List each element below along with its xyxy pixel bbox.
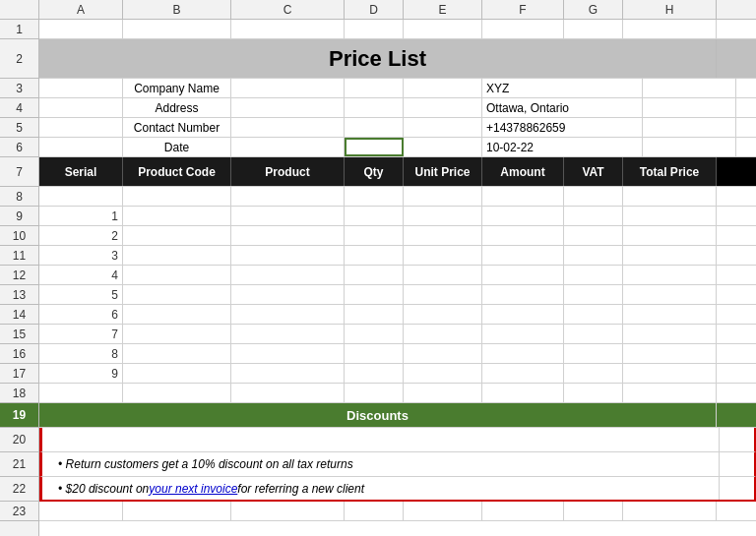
title-merged-cell[interactable]: Price List <box>39 39 717 78</box>
row-num-4[interactable]: 4 <box>0 98 38 118</box>
cell-e3[interactable] <box>404 79 482 97</box>
cell-h1[interactable] <box>623 20 717 38</box>
cell-h5[interactable] <box>643 118 736 137</box>
cell-c6[interactable] <box>231 138 345 156</box>
cell-e4[interactable] <box>404 98 482 117</box>
serial-8[interactable]: 8 <box>39 344 123 363</box>
cell-d1[interactable] <box>345 20 404 38</box>
total-price-1[interactable] <box>623 207 717 225</box>
row-num-19[interactable]: 19 <box>0 403 38 428</box>
qty-3[interactable] <box>345 246 404 265</box>
qty-2[interactable] <box>345 226 404 245</box>
vat-7[interactable] <box>564 325 623 343</box>
cell-a4[interactable] <box>39 98 123 117</box>
cell-h18[interactable] <box>623 384 717 402</box>
col-header-c[interactable]: C <box>231 0 345 19</box>
product-code-5[interactable] <box>123 285 231 304</box>
header-serial[interactable]: Serial <box>39 157 123 186</box>
cell-e6[interactable] <box>404 138 482 156</box>
total-price-4[interactable] <box>623 266 717 284</box>
amount-3[interactable] <box>482 246 564 265</box>
cell-a6[interactable] <box>39 138 123 156</box>
row-num-22[interactable]: 22 <box>0 477 38 502</box>
cell-a3[interactable] <box>39 79 123 97</box>
header-qty[interactable]: Qty <box>345 157 404 186</box>
cell-a23[interactable] <box>39 502 123 520</box>
row-num-5[interactable]: 5 <box>0 118 38 138</box>
cell-b8[interactable] <box>123 187 231 206</box>
row-num-6[interactable]: 6 <box>0 138 38 157</box>
qty-9[interactable] <box>345 364 404 383</box>
row-num-7[interactable]: 7 <box>0 157 38 187</box>
discount-line-2[interactable]: • $20 discount on your next invoice for … <box>42 477 720 500</box>
product-code-3[interactable] <box>123 246 231 265</box>
cell-e18[interactable] <box>404 384 482 402</box>
cell-d18[interactable] <box>345 384 404 402</box>
product-1[interactable] <box>231 207 345 225</box>
cell-d6-selected[interactable] <box>345 138 404 156</box>
cell-c3[interactable] <box>231 79 345 97</box>
row-num-21[interactable]: 21 <box>0 452 38 477</box>
unit-price-4[interactable] <box>404 266 482 284</box>
discount-line-1[interactable]: • Return customers get a 10% discount on… <box>42 452 720 476</box>
col-header-f[interactable]: F <box>482 0 564 19</box>
cell-c4[interactable] <box>231 98 345 117</box>
product-7[interactable] <box>231 325 345 343</box>
serial-1[interactable]: 1 <box>39 207 123 225</box>
row-num-14[interactable]: 14 <box>0 305 38 325</box>
row-num-12[interactable]: 12 <box>0 266 38 285</box>
cell-a5[interactable] <box>39 118 123 137</box>
total-price-6[interactable] <box>623 305 717 324</box>
header-total-price[interactable]: Total Price <box>623 157 717 186</box>
cell-c8[interactable] <box>231 187 345 206</box>
vat-9[interactable] <box>564 364 623 383</box>
cell-c1[interactable] <box>231 20 345 38</box>
amount-9[interactable] <box>482 364 564 383</box>
cell-d8[interactable] <box>345 187 404 206</box>
row-num-23[interactable]: 23 <box>0 502 38 521</box>
product-code-2[interactable] <box>123 226 231 245</box>
product-6[interactable] <box>231 305 345 324</box>
col-header-a[interactable]: A <box>39 0 123 19</box>
qty-7[interactable] <box>345 325 404 343</box>
vat-6[interactable] <box>564 305 623 324</box>
row-num-16[interactable]: 16 <box>0 344 38 364</box>
qty-5[interactable] <box>345 285 404 304</box>
product-code-4[interactable] <box>123 266 231 284</box>
total-price-2[interactable] <box>623 226 717 245</box>
row-num-13[interactable]: 13 <box>0 285 38 305</box>
cell-e5[interactable] <box>404 118 482 137</box>
row-num-18[interactable]: 18 <box>0 384 38 403</box>
product-code-1[interactable] <box>123 207 231 225</box>
product-5[interactable] <box>231 285 345 304</box>
total-price-3[interactable] <box>623 246 717 265</box>
cell-d5[interactable] <box>345 118 404 137</box>
serial-4[interactable]: 4 <box>39 266 123 284</box>
unit-price-6[interactable] <box>404 305 482 324</box>
cell-g8[interactable] <box>564 187 623 206</box>
cell-a1[interactable] <box>39 20 123 38</box>
vat-3[interactable] <box>564 246 623 265</box>
vat-8[interactable] <box>564 344 623 363</box>
serial-2[interactable]: 2 <box>39 226 123 245</box>
row-num-8[interactable]: 8 <box>0 187 38 207</box>
cell-h23[interactable] <box>623 502 717 520</box>
amount-5[interactable] <box>482 285 564 304</box>
discounts-header-cell[interactable]: Discounts <box>39 403 717 427</box>
unit-price-2[interactable] <box>404 226 482 245</box>
cell-a8[interactable] <box>39 187 123 206</box>
row-num-3[interactable]: 3 <box>0 79 38 98</box>
amount-1[interactable] <box>482 207 564 225</box>
serial-5[interactable]: 5 <box>39 285 123 304</box>
header-amount[interactable]: Amount <box>482 157 564 186</box>
cell-d4[interactable] <box>345 98 404 117</box>
cell-f8[interactable] <box>482 187 564 206</box>
cell-b23[interactable] <box>123 502 231 520</box>
cell-a18[interactable] <box>39 384 123 402</box>
col-header-g[interactable]: G <box>564 0 623 19</box>
product-8[interactable] <box>231 344 345 363</box>
cell-f1[interactable] <box>482 20 564 38</box>
date-label[interactable]: Date <box>123 138 231 156</box>
total-price-9[interactable] <box>623 364 717 383</box>
cell-discount-20[interactable] <box>42 428 720 451</box>
